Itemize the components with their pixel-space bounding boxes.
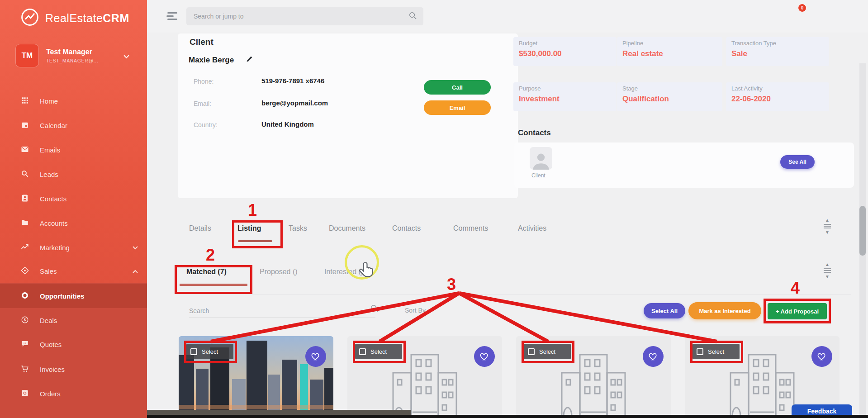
- tab-details[interactable]: Details: [189, 224, 211, 233]
- sidebar-item-emails[interactable]: Emails: [0, 138, 147, 162]
- add-proposal-button[interactable]: + Add Proposal: [768, 303, 827, 319]
- favorite-heart-button[interactable]: [811, 346, 832, 367]
- search-icon[interactable]: [408, 11, 417, 22]
- card-select-toggle[interactable]: Select: [524, 344, 571, 359]
- app-logo[interactable]: RealEstateCRM: [20, 7, 129, 29]
- heart-icon: [817, 352, 827, 361]
- sidebar: RealEstateCRM TM Test Manager TEST_MANAG…: [0, 0, 147, 418]
- arrow-down-icon[interactable]: ▼: [820, 275, 835, 279]
- tab-activities[interactable]: Activities: [518, 224, 546, 233]
- listing-search-input[interactable]: [189, 304, 375, 318]
- favorite-heart-button[interactable]: [305, 346, 326, 367]
- heart-icon: [479, 352, 489, 361]
- sidebar-item-leads[interactable]: Leads: [0, 162, 147, 186]
- chat-icon: [21, 340, 30, 349]
- select-all-button[interactable]: Select All: [644, 303, 685, 318]
- grip-icon[interactable]: [824, 224, 831, 229]
- chevron-up-icon: [133, 267, 138, 275]
- subtab-interested[interactable]: Interested (): [324, 268, 363, 276]
- edit-pencil-icon[interactable]: [246, 55, 253, 65]
- sidebar-item-deals[interactable]: $ Deals: [0, 308, 147, 332]
- chevron-down-icon[interactable]: ▾: [491, 307, 493, 313]
- menu-toggle-icon[interactable]: [166, 12, 177, 22]
- calendar-icon: [21, 121, 30, 130]
- client-name: Maxie Berge: [189, 56, 234, 65]
- last-activity-value: 22-06-2020: [731, 95, 824, 104]
- client-panel: Client Maxie Berge Phone: 519-976-7891 x…: [178, 33, 518, 198]
- building-placeholder-icon: [386, 352, 463, 418]
- country-label: Country:: [194, 121, 218, 128]
- mark-as-interested-button[interactable]: Mark as Interested: [688, 302, 761, 319]
- call-button[interactable]: Call: [424, 80, 491, 95]
- see-all-button[interactable]: See All: [780, 155, 815, 169]
- checkbox-icon[interactable]: [528, 348, 535, 355]
- sidebar-item-accounts[interactable]: Accounts: [0, 211, 147, 235]
- property-card[interactable]: Select: [516, 336, 671, 418]
- person-icon: [531, 152, 551, 170]
- building-placeholder-icon: [555, 352, 632, 418]
- tab-listing[interactable]: Listing: [237, 224, 261, 233]
- tab-comments[interactable]: Comments: [453, 224, 488, 233]
- sidebar-item-home[interactable]: Home: [0, 89, 147, 113]
- scroll-stepper[interactable]: ▲ ▼: [820, 218, 835, 235]
- sidebar-item-calendar[interactable]: Calendar: [0, 113, 147, 138]
- checkbox-icon[interactable]: [697, 348, 703, 355]
- sidebar-item-sales[interactable]: Sales: [0, 259, 147, 283]
- card-select-toggle[interactable]: Select: [355, 344, 402, 359]
- email-button[interactable]: Email: [424, 100, 491, 115]
- sidebar-item-orders[interactable]: Orders: [0, 381, 147, 406]
- scroll-stepper[interactable]: ▲ ▼: [820, 262, 835, 279]
- divider: [175, 294, 851, 294]
- tab-contacts[interactable]: Contacts: [392, 224, 421, 233]
- user-email: TEST_MANAGER@...: [46, 58, 99, 63]
- user-avatar: TM: [15, 44, 39, 67]
- contacts-section-title: Contacts: [518, 128, 551, 138]
- stage-value: Qualification: [622, 95, 717, 104]
- chevron-down-icon: [123, 52, 129, 61]
- global-search-input[interactable]: [186, 13, 408, 20]
- annotation-number-1: 1: [248, 201, 257, 220]
- chevron-down-icon: [133, 243, 138, 252]
- grip-icon[interactable]: [824, 268, 831, 273]
- subtab-matched[interactable]: Matched (7): [186, 268, 227, 276]
- checkbox-icon[interactable]: [359, 348, 366, 355]
- magnifier-icon: [21, 170, 30, 179]
- heart-icon: [648, 352, 658, 361]
- favorite-heart-button[interactable]: [474, 346, 495, 367]
- app-window: RealEstateCRM TM Test Manager TEST_MANAG…: [0, 0, 868, 418]
- phone-value: 519-976-7891 x6746: [261, 77, 324, 85]
- card-select-toggle[interactable]: Select: [693, 344, 740, 359]
- tab-documents[interactable]: Documents: [329, 224, 365, 233]
- transaction-type-cell: Transaction Type Sale: [726, 37, 829, 66]
- contact-avatar[interactable]: [530, 147, 552, 170]
- arrow-up-icon[interactable]: ▲: [820, 262, 835, 267]
- scrollbar-thumb[interactable]: [859, 206, 866, 256]
- card-select-toggle[interactable]: Select: [186, 344, 233, 359]
- favorite-heart-button[interactable]: [643, 346, 664, 367]
- annotation-number-2: 2: [206, 246, 215, 265]
- sidebar-item-contacts[interactable]: Contacts: [0, 186, 147, 211]
- donut-icon: [21, 291, 30, 300]
- property-card[interactable]: Select: [179, 336, 333, 418]
- transaction-type-value: Sale: [731, 49, 824, 58]
- arrow-up-icon[interactable]: ▲: [820, 218, 835, 223]
- sidebar-user[interactable]: TM Test Manager TEST_MANAGER@...: [15, 42, 138, 70]
- logo-chart-icon: [20, 7, 40, 29]
- sidebar-item-invoices[interactable]: Invoices: [0, 357, 147, 381]
- purpose-cell: Purpose Investment: [513, 82, 617, 111]
- arrow-down-icon[interactable]: ▼: [820, 230, 835, 235]
- checkbox-icon[interactable]: [190, 348, 197, 355]
- annotation-number-3: 3: [447, 275, 456, 294]
- subtab-proposed[interactable]: Proposed (): [260, 268, 298, 276]
- tab-tasks[interactable]: Tasks: [289, 224, 307, 233]
- order-icon: [21, 389, 30, 398]
- cart-icon: [21, 365, 30, 374]
- sidebar-item-opportunities[interactable]: Opportunities: [0, 284, 147, 308]
- building-placeholder-icon: [724, 352, 801, 418]
- property-card[interactable]: Select: [347, 336, 502, 418]
- sidebar-item-quotes[interactable]: Quotes: [0, 332, 147, 356]
- search-icon: [370, 304, 379, 314]
- sidebar-item-marketing[interactable]: Marketing: [0, 235, 147, 260]
- svg-text:$: $: [24, 318, 26, 322]
- sort-by-dropdown[interactable]: Sort By: [405, 307, 426, 314]
